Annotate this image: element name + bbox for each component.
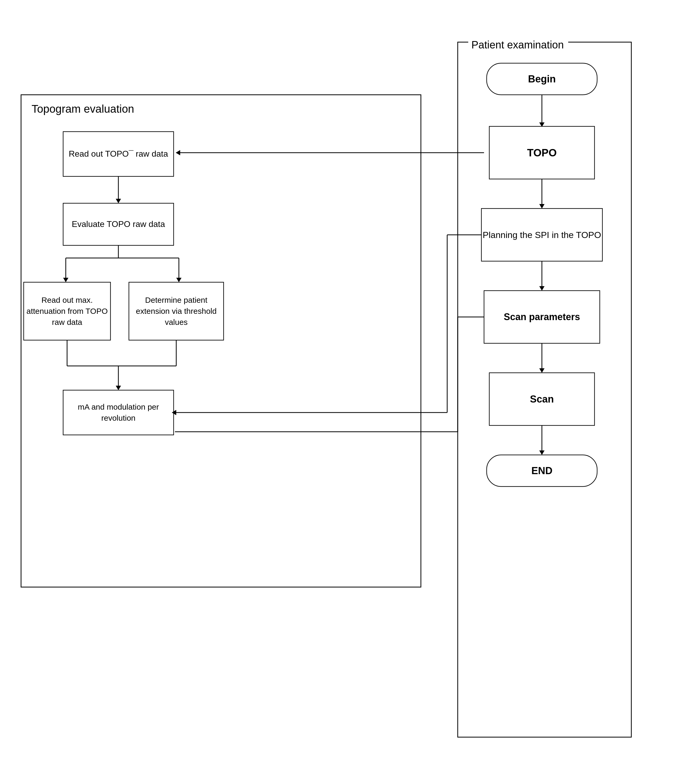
planning-node: Planning the SPI in the TOPO — [481, 208, 602, 261]
end-node: END — [487, 455, 597, 487]
scan-node: Scan — [489, 373, 594, 425]
begin-node: Begin — [487, 63, 597, 95]
topogram-title: Topogram evaluation — [31, 103, 134, 115]
svg-marker-26 — [63, 278, 68, 282]
read-raw-node: Read out TOPO¯ raw data — [63, 132, 174, 176]
svg-marker-17 — [539, 450, 545, 455]
svg-marker-28 — [176, 278, 182, 282]
scan-params-node: Scan parameters — [484, 291, 600, 343]
read-max-node: Read out max. attenuation from TOPO raw … — [24, 282, 110, 340]
svg-marker-21 — [116, 199, 121, 203]
evaluate-node: Evaluate TOPO raw data — [63, 203, 174, 245]
topo-node: TOPO — [489, 126, 594, 179]
ma-mod-node: mA and modulation per revolution — [63, 390, 174, 435]
svg-marker-8 — [539, 204, 545, 208]
patient-exam-title: Patient examination — [468, 39, 567, 51]
determine-node: Determine patient extension via threshol… — [129, 282, 223, 340]
svg-marker-11 — [539, 286, 545, 291]
svg-marker-38 — [176, 150, 180, 156]
svg-marker-35 — [116, 386, 121, 390]
svg-marker-14 — [539, 368, 545, 373]
diagram-container: Patient examination Begin TOPO Planning … — [16, 21, 658, 769]
